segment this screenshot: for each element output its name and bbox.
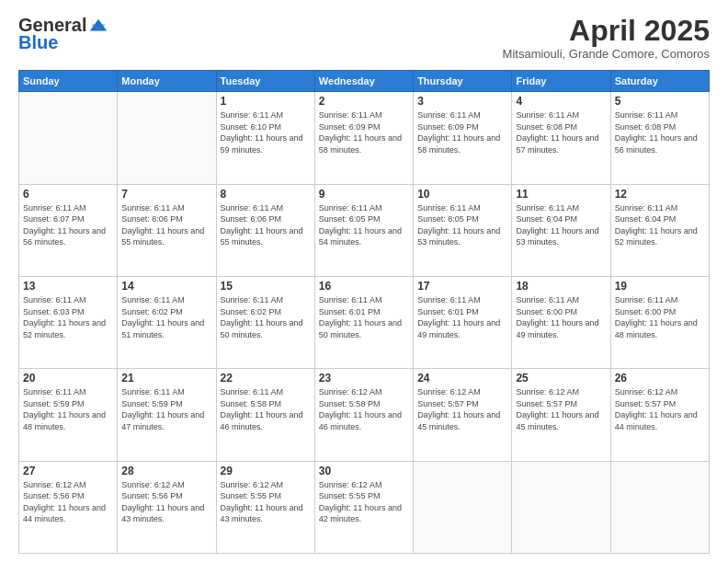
day-info: Sunrise: 6:11 AM Sunset: 5:59 PM Dayligh… bbox=[23, 386, 113, 432]
day-number: 6 bbox=[23, 188, 113, 201]
calendar-cell-2-5: 10Sunrise: 6:11 AM Sunset: 6:05 PM Dayli… bbox=[414, 184, 512, 276]
week-row-2: 6Sunrise: 6:11 AM Sunset: 6:07 PM Daylig… bbox=[19, 184, 710, 276]
day-number: 13 bbox=[23, 280, 113, 293]
calendar-cell-1-7: 5Sunrise: 6:11 AM Sunset: 6:08 PM Daylig… bbox=[610, 92, 709, 184]
page: General Blue April 2025 Mitsamiouli, Gra… bbox=[0, 0, 728, 563]
day-number: 27 bbox=[23, 465, 113, 477]
day-info: Sunrise: 6:11 AM Sunset: 6:09 PM Dayligh… bbox=[417, 109, 507, 155]
day-info: Sunrise: 6:11 AM Sunset: 6:08 PM Dayligh… bbox=[615, 109, 705, 155]
day-number: 30 bbox=[319, 465, 409, 477]
day-info: Sunrise: 6:11 AM Sunset: 6:03 PM Dayligh… bbox=[23, 294, 113, 340]
calendar-cell-1-1 bbox=[19, 92, 118, 184]
day-info: Sunrise: 6:11 AM Sunset: 6:01 PM Dayligh… bbox=[417, 294, 507, 340]
calendar-cell-4-6: 25Sunrise: 6:12 AM Sunset: 5:57 PM Dayli… bbox=[512, 369, 610, 461]
day-number: 16 bbox=[319, 280, 409, 293]
calendar-cell-3-4: 16Sunrise: 6:11 AM Sunset: 6:01 PM Dayli… bbox=[314, 276, 413, 368]
calendar-cell-3-1: 13Sunrise: 6:11 AM Sunset: 6:03 PM Dayli… bbox=[19, 276, 118, 368]
day-number: 28 bbox=[121, 465, 211, 477]
day-info: Sunrise: 6:11 AM Sunset: 5:58 PM Dayligh… bbox=[221, 386, 311, 432]
day-number: 17 bbox=[417, 280, 507, 293]
header: General Blue April 2025 Mitsamiouli, Gra… bbox=[18, 15, 710, 61]
col-wednesday: Wednesday bbox=[314, 71, 413, 92]
day-number: 1 bbox=[221, 95, 311, 108]
day-info: Sunrise: 6:11 AM Sunset: 6:02 PM Dayligh… bbox=[221, 294, 311, 340]
day-info: Sunrise: 6:11 AM Sunset: 6:00 PM Dayligh… bbox=[516, 294, 606, 340]
day-info: Sunrise: 6:11 AM Sunset: 6:07 PM Dayligh… bbox=[23, 202, 113, 248]
day-number: 10 bbox=[417, 188, 507, 201]
col-saturday: Saturday bbox=[610, 71, 709, 92]
day-info: Sunrise: 6:11 AM Sunset: 6:06 PM Dayligh… bbox=[121, 202, 211, 248]
calendar-cell-3-2: 14Sunrise: 6:11 AM Sunset: 6:02 PM Dayli… bbox=[118, 276, 216, 368]
col-friday: Friday bbox=[512, 71, 610, 92]
calendar-cell-4-7: 26Sunrise: 6:12 AM Sunset: 5:57 PM Dayli… bbox=[610, 369, 709, 461]
day-info: Sunrise: 6:11 AM Sunset: 5:59 PM Dayligh… bbox=[121, 386, 211, 432]
week-row-4: 20Sunrise: 6:11 AM Sunset: 5:59 PM Dayli… bbox=[19, 369, 710, 461]
day-number: 14 bbox=[121, 280, 211, 293]
day-number: 23 bbox=[319, 372, 409, 385]
logo-icon bbox=[88, 16, 108, 36]
calendar-cell-3-3: 15Sunrise: 6:11 AM Sunset: 6:02 PM Dayli… bbox=[216, 276, 314, 368]
day-info: Sunrise: 6:12 AM Sunset: 5:56 PM Dayligh… bbox=[23, 479, 113, 525]
calendar-cell-5-2: 28Sunrise: 6:12 AM Sunset: 5:56 PM Dayli… bbox=[118, 461, 216, 553]
day-info: Sunrise: 6:12 AM Sunset: 5:57 PM Dayligh… bbox=[516, 386, 606, 432]
col-sunday: Sunday bbox=[19, 71, 118, 92]
logo: General Blue bbox=[18, 15, 108, 53]
day-info: Sunrise: 6:11 AM Sunset: 6:04 PM Dayligh… bbox=[516, 202, 606, 248]
day-number: 4 bbox=[516, 95, 606, 108]
day-number: 3 bbox=[417, 95, 507, 108]
day-info: Sunrise: 6:11 AM Sunset: 6:02 PM Dayligh… bbox=[121, 294, 211, 340]
week-row-3: 13Sunrise: 6:11 AM Sunset: 6:03 PM Dayli… bbox=[19, 276, 710, 368]
day-info: Sunrise: 6:12 AM Sunset: 5:57 PM Dayligh… bbox=[615, 386, 705, 432]
calendar-cell-4-2: 21Sunrise: 6:11 AM Sunset: 5:59 PM Dayli… bbox=[118, 369, 216, 461]
day-number: 18 bbox=[516, 280, 606, 293]
calendar-cell-5-1: 27Sunrise: 6:12 AM Sunset: 5:56 PM Dayli… bbox=[19, 461, 118, 553]
col-monday: Monday bbox=[118, 71, 216, 92]
day-number: 20 bbox=[23, 372, 113, 385]
col-thursday: Thursday bbox=[414, 71, 512, 92]
calendar-cell-1-6: 4Sunrise: 6:11 AM Sunset: 6:08 PM Daylig… bbox=[512, 92, 610, 184]
calendar-cell-5-4: 30Sunrise: 6:12 AM Sunset: 5:55 PM Dayli… bbox=[314, 461, 413, 553]
day-info: Sunrise: 6:12 AM Sunset: 5:55 PM Dayligh… bbox=[319, 479, 409, 525]
day-number: 26 bbox=[615, 372, 705, 385]
week-row-5: 27Sunrise: 6:12 AM Sunset: 5:56 PM Dayli… bbox=[19, 461, 710, 553]
calendar-cell-4-4: 23Sunrise: 6:12 AM Sunset: 5:58 PM Dayli… bbox=[314, 369, 413, 461]
day-info: Sunrise: 6:11 AM Sunset: 6:08 PM Dayligh… bbox=[516, 109, 606, 155]
location-subtitle: Mitsamiouli, Grande Comore, Comoros bbox=[503, 47, 710, 61]
calendar-cell-1-5: 3Sunrise: 6:11 AM Sunset: 6:09 PM Daylig… bbox=[414, 92, 512, 184]
day-number: 8 bbox=[221, 188, 311, 201]
day-info: Sunrise: 6:11 AM Sunset: 6:10 PM Dayligh… bbox=[221, 109, 311, 155]
calendar-cell-2-7: 12Sunrise: 6:11 AM Sunset: 6:04 PM Dayli… bbox=[610, 184, 709, 276]
day-number: 9 bbox=[319, 188, 409, 201]
calendar-cell-5-5 bbox=[414, 461, 512, 553]
day-info: Sunrise: 6:12 AM Sunset: 5:58 PM Dayligh… bbox=[319, 386, 409, 432]
day-info: Sunrise: 6:11 AM Sunset: 6:09 PM Dayligh… bbox=[319, 109, 409, 155]
month-title: April 2025 bbox=[503, 15, 710, 47]
day-info: Sunrise: 6:11 AM Sunset: 6:01 PM Dayligh… bbox=[319, 294, 409, 340]
day-number: 21 bbox=[121, 372, 211, 385]
calendar-cell-2-4: 9Sunrise: 6:11 AM Sunset: 6:05 PM Daylig… bbox=[314, 184, 413, 276]
calendar-cell-3-6: 18Sunrise: 6:11 AM Sunset: 6:00 PM Dayli… bbox=[512, 276, 610, 368]
calendar-cell-1-3: 1Sunrise: 6:11 AM Sunset: 6:10 PM Daylig… bbox=[216, 92, 314, 184]
day-info: Sunrise: 6:12 AM Sunset: 5:57 PM Dayligh… bbox=[417, 386, 507, 432]
calendar-cell-1-2 bbox=[118, 92, 216, 184]
calendar-header-row: Sunday Monday Tuesday Wednesday Thursday… bbox=[19, 71, 710, 92]
calendar-cell-5-6 bbox=[512, 461, 610, 553]
day-number: 25 bbox=[516, 372, 606, 385]
day-number: 7 bbox=[121, 188, 211, 201]
week-row-1: 1Sunrise: 6:11 AM Sunset: 6:10 PM Daylig… bbox=[19, 92, 710, 184]
calendar-cell-4-3: 22Sunrise: 6:11 AM Sunset: 5:58 PM Dayli… bbox=[216, 369, 314, 461]
title-block: April 2025 Mitsamiouli, Grande Comore, C… bbox=[503, 15, 710, 61]
day-number: 5 bbox=[615, 95, 705, 108]
day-number: 19 bbox=[615, 280, 705, 293]
calendar-cell-2-2: 7Sunrise: 6:11 AM Sunset: 6:06 PM Daylig… bbox=[118, 184, 216, 276]
day-info: Sunrise: 6:12 AM Sunset: 5:56 PM Dayligh… bbox=[121, 479, 211, 525]
calendar-cell-3-5: 17Sunrise: 6:11 AM Sunset: 6:01 PM Dayli… bbox=[414, 276, 512, 368]
day-number: 12 bbox=[615, 188, 705, 201]
day-info: Sunrise: 6:12 AM Sunset: 5:55 PM Dayligh… bbox=[221, 479, 311, 525]
day-info: Sunrise: 6:11 AM Sunset: 6:05 PM Dayligh… bbox=[319, 202, 409, 248]
day-number: 29 bbox=[221, 465, 311, 477]
day-number: 11 bbox=[516, 188, 606, 201]
calendar-cell-4-1: 20Sunrise: 6:11 AM Sunset: 5:59 PM Dayli… bbox=[19, 369, 118, 461]
calendar-cell-2-3: 8Sunrise: 6:11 AM Sunset: 6:06 PM Daylig… bbox=[216, 184, 314, 276]
calendar-cell-5-3: 29Sunrise: 6:12 AM Sunset: 5:55 PM Dayli… bbox=[216, 461, 314, 553]
